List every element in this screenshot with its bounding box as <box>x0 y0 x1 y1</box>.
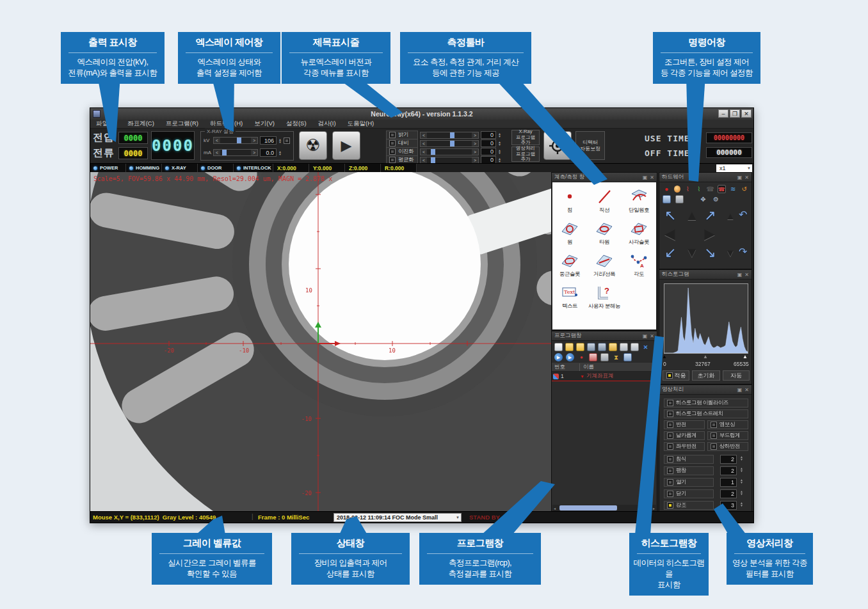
slider-right-arrow[interactable]: > <box>251 150 257 155</box>
add-imageproc-program-button[interactable]: 영상처리 프로그램 추가 <box>511 146 540 162</box>
close-icon[interactable]: ✕ <box>650 175 654 180</box>
ma-slider[interactable]: < > <box>213 149 258 156</box>
menu-inspect[interactable]: 검사(I) <box>312 120 342 128</box>
copy-icon[interactable] <box>620 343 628 351</box>
ma-spinner[interactable]: ▲▼ <box>278 150 282 155</box>
histogram-low-marker[interactable]: ▲ <box>662 354 667 360</box>
center-target-button[interactable] <box>543 131 572 160</box>
pin-icon[interactable]: ▣ <box>737 272 743 278</box>
delete-icon[interactable]: ✕ <box>641 343 650 351</box>
kv-checkbox[interactable] <box>284 138 290 144</box>
tool-round-slot[interactable]: 둥근슬롯 <box>552 250 587 282</box>
hardware-panel-titlebar[interactable]: 하드웨어 ▣✕ <box>659 173 751 182</box>
close-icon[interactable]: ✕ <box>744 175 749 180</box>
play-button[interactable]: ▶ <box>332 131 360 160</box>
close-filter-value[interactable]: 2 <box>720 489 737 498</box>
jog-down-button[interactable]: ▼ <box>685 246 699 260</box>
histogram-high-marker[interactable]: ▲ <box>743 354 748 360</box>
emboss-button[interactable]: 엠보싱 <box>707 420 748 429</box>
jog-left-button[interactable]: ◀ <box>664 227 675 241</box>
histogram-apply-button[interactable]: 적용 <box>663 370 689 381</box>
binarize-toggle[interactable]: 이진화 <box>386 147 418 156</box>
tool-user-resolution[interactable]: ? 사용자 분해능 <box>587 282 622 314</box>
hourglass-icon[interactable]: ⧗ <box>612 353 620 361</box>
tool-distance[interactable]: 거리/선폭 <box>587 250 622 282</box>
open-folder-icon[interactable] <box>565 343 574 351</box>
dilation-button[interactable]: 팽창 <box>664 466 714 475</box>
slider-right-arrow[interactable]: > <box>251 138 257 143</box>
open-recent-icon[interactable] <box>576 343 584 351</box>
tool-ellipse[interactable]: 타원 <box>587 218 622 250</box>
xray-viewport[interactable]: -20 -10 10 10 -10 -20 Scale=5, FOV=59.86… <box>90 172 551 512</box>
kv-spinner[interactable]: ▲▼ <box>278 138 282 143</box>
dilation-value[interactable]: 2 <box>720 466 737 475</box>
close-icon[interactable]: ✕ <box>650 333 654 339</box>
add-xray-program-button[interactable]: X-Ray 프로그램 추가 <box>511 130 540 145</box>
program-panel-titlebar[interactable]: 프로그램창 ▣✕ <box>552 331 657 341</box>
pin-icon[interactable]: ▣ <box>737 387 743 393</box>
scrollbar-thumb[interactable] <box>559 505 617 510</box>
program-row[interactable]: 1 ▼ 기계좌표계 <box>552 372 657 381</box>
remote-active-icon[interactable]: ☎ <box>718 185 726 193</box>
flip-vertical-button[interactable]: 상하반전 <box>707 442 748 451</box>
contrast-spinner[interactable]: ▲▼ <box>498 141 501 146</box>
close-icon[interactable]: ✕ <box>744 272 749 278</box>
average-slider[interactable]: <> <box>420 157 479 164</box>
menu-file[interactable]: 파일(F) <box>90 120 122 128</box>
open-filter-spinner[interactable]: ▲▼ <box>740 478 743 484</box>
binarize-value[interactable]: 0 <box>481 148 496 155</box>
jog-down-right-button[interactable]: ↘ <box>704 246 716 260</box>
save-icon[interactable] <box>587 343 595 351</box>
export-icon[interactable] <box>609 343 617 351</box>
tool-text[interactable]: Text 텍스트 <box>552 282 587 314</box>
ma-value[interactable]: 0.0 <box>260 148 277 157</box>
window-titlebar[interactable]: NeuroXray(x64) - version 1.1.3.2 – ❐ ✕ <box>90 108 753 120</box>
brightness-slider[interactable]: <> <box>420 132 479 139</box>
restore-button[interactable]: ❐ <box>730 109 740 118</box>
tool-angle[interactable]: A 각도 <box>622 250 656 282</box>
mode-select[interactable]: 2018-02-12 11:09:14 FOC Mode Small ▼ <box>334 513 462 522</box>
contrast-toggle[interactable]: 대비 <box>386 139 418 148</box>
save-as-icon[interactable] <box>598 343 606 351</box>
program-hscrollbar[interactable]: ◂ ▸ <box>552 505 656 511</box>
jog-right-button[interactable]: ▶ <box>704 227 715 241</box>
histogram-auto-button[interactable]: 자동 <box>723 370 750 381</box>
run-icon[interactable]: ▶ <box>554 353 563 361</box>
stop-icon[interactable]: ● <box>577 353 586 361</box>
joystick-left-icon[interactable]: ⌇ <box>684 185 692 193</box>
jog-z-up-button[interactable]: ▲ <box>725 211 735 221</box>
detector-calibration-button[interactable]: 디텍터 자동보정 <box>575 131 605 160</box>
close-filter-spinner[interactable]: ▲▼ <box>740 490 743 495</box>
histogram-stretch-button[interactable]: 히스토그램 스트레치 <box>664 409 748 418</box>
measure-panel-titlebar[interactable]: 계측/측정 창 ▣✕ <box>552 173 657 182</box>
printer-icon[interactable] <box>600 353 609 361</box>
menu-hardware[interactable]: 하드웨어(H) <box>204 120 248 128</box>
scroll-right-icon[interactable]: ▸ <box>652 506 656 510</box>
menu-program[interactable]: 프로그램(R) <box>160 120 204 128</box>
binarize-slider[interactable]: <> <box>420 148 479 155</box>
axis-target-icon[interactable]: ✥ <box>699 195 707 203</box>
paste-icon[interactable] <box>631 343 639 351</box>
brightness-toggle[interactable]: 밝기 <box>386 130 418 139</box>
slider-left-arrow[interactable]: < <box>214 138 220 143</box>
flip-horizontal-button[interactable]: 좌우반전 <box>664 442 705 451</box>
tool-circle[interactable]: 원 <box>552 218 587 250</box>
jog-rotate-cw-button[interactable]: ↷ <box>739 247 747 257</box>
slider-left-arrow[interactable]: < <box>214 150 220 155</box>
report-icon[interactable] <box>589 353 597 361</box>
kv-slider[interactable]: < > <box>213 137 258 144</box>
enhance-spinner[interactable]: ▲▼ <box>740 502 743 507</box>
jog-z-down-button[interactable]: ▼ <box>725 248 735 258</box>
handset-icon[interactable]: ☎ <box>706 185 714 193</box>
new-file-icon[interactable] <box>554 343 563 351</box>
move-stage-icon[interactable] <box>663 195 671 203</box>
minimize-button[interactable]: – <box>718 109 728 118</box>
scroll-left-icon[interactable]: ◂ <box>552 506 557 510</box>
jog-down-left-button[interactable]: ↙ <box>664 246 676 260</box>
enhance-value[interactable]: 3 <box>720 501 737 510</box>
window-icon[interactable] <box>623 353 632 361</box>
erosion-value[interactable]: 2 <box>720 455 737 464</box>
contrast-value[interactable]: 0 <box>481 139 496 147</box>
erosion-button[interactable]: 침식 <box>664 455 714 464</box>
menu-coordinate[interactable]: 좌표계(C) <box>122 120 160 128</box>
